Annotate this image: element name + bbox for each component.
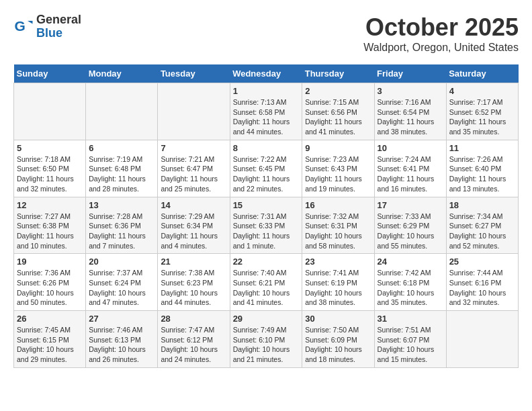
day-number: 30 bbox=[305, 314, 371, 324]
day-cell: 4Sunrise: 7:17 AM Sunset: 6:52 PM Daylig… bbox=[446, 83, 518, 140]
day-info: Sunrise: 7:31 AM Sunset: 6:33 PM Dayligh… bbox=[233, 212, 300, 251]
col-header-sunday: Sunday bbox=[14, 64, 86, 83]
day-cell: 8Sunrise: 7:22 AM Sunset: 6:45 PM Daylig… bbox=[230, 140, 302, 197]
day-info: Sunrise: 7:22 AM Sunset: 6:45 PM Dayligh… bbox=[233, 154, 300, 194]
day-number: 6 bbox=[89, 143, 154, 153]
logo-blue: Blue bbox=[36, 27, 81, 40]
day-info: Sunrise: 7:29 AM Sunset: 6:34 PM Dayligh… bbox=[161, 212, 226, 251]
day-info: Sunrise: 7:36 AM Sunset: 6:26 PM Dayligh… bbox=[17, 268, 83, 308]
day-cell: 25Sunrise: 7:44 AM Sunset: 6:16 PM Dayli… bbox=[446, 254, 518, 311]
day-number: 9 bbox=[305, 143, 371, 153]
day-number: 20 bbox=[89, 257, 154, 267]
day-cell: 22Sunrise: 7:40 AM Sunset: 6:21 PM Dayli… bbox=[230, 254, 302, 311]
week-row-3: 12Sunrise: 7:27 AM Sunset: 6:38 PM Dayli… bbox=[14, 197, 519, 254]
day-number: 16 bbox=[305, 200, 371, 210]
svg-text:G: G bbox=[15, 18, 26, 34]
header-row: SundayMondayTuesdayWednesdayThursdayFrid… bbox=[14, 64, 519, 83]
day-info: Sunrise: 7:38 AM Sunset: 6:23 PM Dayligh… bbox=[161, 268, 226, 308]
day-number: 4 bbox=[449, 86, 515, 96]
day-number: 26 bbox=[17, 314, 83, 324]
day-info: Sunrise: 7:47 AM Sunset: 6:12 PM Dayligh… bbox=[161, 325, 226, 365]
day-number: 12 bbox=[17, 200, 83, 210]
day-cell: 1Sunrise: 7:13 AM Sunset: 6:58 PM Daylig… bbox=[230, 83, 302, 140]
day-cell: 12Sunrise: 7:27 AM Sunset: 6:38 PM Dayli… bbox=[14, 197, 86, 254]
day-cell: 5Sunrise: 7:18 AM Sunset: 6:50 PM Daylig… bbox=[14, 140, 86, 197]
day-info: Sunrise: 7:13 AM Sunset: 6:58 PM Dayligh… bbox=[233, 97, 300, 137]
day-number: 13 bbox=[89, 200, 154, 210]
day-cell bbox=[446, 311, 518, 368]
location: Waldport, Oregon, United States bbox=[363, 42, 519, 54]
day-info: Sunrise: 7:51 AM Sunset: 6:07 PM Dayligh… bbox=[378, 325, 443, 365]
day-number: 31 bbox=[378, 314, 443, 324]
logo-icon: G bbox=[13, 17, 34, 37]
day-cell: 27Sunrise: 7:46 AM Sunset: 6:13 PM Dayli… bbox=[86, 311, 158, 368]
week-row-2: 5Sunrise: 7:18 AM Sunset: 6:50 PM Daylig… bbox=[14, 140, 519, 197]
day-cell bbox=[158, 83, 230, 140]
day-cell: 20Sunrise: 7:37 AM Sunset: 6:24 PM Dayli… bbox=[86, 254, 158, 311]
day-cell: 23Sunrise: 7:41 AM Sunset: 6:19 PM Dayli… bbox=[302, 254, 374, 311]
day-info: Sunrise: 7:37 AM Sunset: 6:24 PM Dayligh… bbox=[89, 268, 154, 308]
day-cell: 3Sunrise: 7:16 AM Sunset: 6:54 PM Daylig… bbox=[374, 83, 446, 140]
day-number: 14 bbox=[161, 200, 226, 210]
day-info: Sunrise: 7:44 AM Sunset: 6:16 PM Dayligh… bbox=[449, 268, 515, 308]
day-number: 2 bbox=[305, 86, 371, 96]
svg-marker-1 bbox=[28, 21, 33, 24]
day-info: Sunrise: 7:41 AM Sunset: 6:19 PM Dayligh… bbox=[305, 268, 371, 308]
day-cell: 31Sunrise: 7:51 AM Sunset: 6:07 PM Dayli… bbox=[374, 311, 446, 368]
day-cell: 10Sunrise: 7:24 AM Sunset: 6:41 PM Dayli… bbox=[374, 140, 446, 197]
col-header-wednesday: Wednesday bbox=[230, 64, 302, 83]
day-number: 5 bbox=[17, 143, 83, 153]
day-cell: 17Sunrise: 7:33 AM Sunset: 6:29 PM Dayli… bbox=[374, 197, 446, 254]
day-info: Sunrise: 7:15 AM Sunset: 6:56 PM Dayligh… bbox=[305, 97, 371, 137]
day-number: 18 bbox=[449, 200, 515, 210]
day-number: 28 bbox=[161, 314, 226, 324]
day-cell: 19Sunrise: 7:36 AM Sunset: 6:26 PM Dayli… bbox=[14, 254, 86, 311]
day-info: Sunrise: 7:19 AM Sunset: 6:48 PM Dayligh… bbox=[89, 154, 154, 194]
week-row-1: 1Sunrise: 7:13 AM Sunset: 6:58 PM Daylig… bbox=[14, 83, 519, 140]
col-header-tuesday: Tuesday bbox=[158, 64, 230, 83]
day-info: Sunrise: 7:45 AM Sunset: 6:15 PM Dayligh… bbox=[17, 325, 83, 365]
day-cell: 2Sunrise: 7:15 AM Sunset: 6:56 PM Daylig… bbox=[302, 83, 374, 140]
col-header-saturday: Saturday bbox=[446, 64, 518, 83]
day-cell: 28Sunrise: 7:47 AM Sunset: 6:12 PM Dayli… bbox=[158, 311, 230, 368]
day-info: Sunrise: 7:21 AM Sunset: 6:47 PM Dayligh… bbox=[161, 154, 226, 194]
day-number: 21 bbox=[161, 257, 226, 267]
day-info: Sunrise: 7:27 AM Sunset: 6:38 PM Dayligh… bbox=[17, 212, 83, 251]
day-cell: 7Sunrise: 7:21 AM Sunset: 6:47 PM Daylig… bbox=[158, 140, 230, 197]
day-number: 17 bbox=[378, 200, 443, 210]
day-info: Sunrise: 7:24 AM Sunset: 6:41 PM Dayligh… bbox=[378, 154, 443, 194]
day-cell: 9Sunrise: 7:23 AM Sunset: 6:43 PM Daylig… bbox=[302, 140, 374, 197]
day-number: 23 bbox=[305, 257, 371, 267]
day-number: 3 bbox=[378, 86, 443, 96]
day-number: 10 bbox=[378, 143, 443, 153]
calendar-table: SundayMondayTuesdayWednesdayThursdayFrid… bbox=[13, 64, 519, 368]
day-number: 11 bbox=[449, 143, 515, 153]
day-number: 27 bbox=[89, 314, 154, 324]
day-cell: 15Sunrise: 7:31 AM Sunset: 6:33 PM Dayli… bbox=[230, 197, 302, 254]
day-cell: 18Sunrise: 7:34 AM Sunset: 6:27 PM Dayli… bbox=[446, 197, 518, 254]
day-cell: 30Sunrise: 7:50 AM Sunset: 6:09 PM Dayli… bbox=[302, 311, 374, 368]
day-info: Sunrise: 7:18 AM Sunset: 6:50 PM Dayligh… bbox=[17, 154, 83, 194]
day-info: Sunrise: 7:28 AM Sunset: 6:36 PM Dayligh… bbox=[89, 212, 154, 251]
col-header-monday: Monday bbox=[86, 64, 158, 83]
day-info: Sunrise: 7:46 AM Sunset: 6:13 PM Dayligh… bbox=[89, 325, 154, 365]
col-header-friday: Friday bbox=[374, 64, 446, 83]
day-info: Sunrise: 7:33 AM Sunset: 6:29 PM Dayligh… bbox=[378, 212, 443, 251]
day-cell: 29Sunrise: 7:49 AM Sunset: 6:10 PM Dayli… bbox=[230, 311, 302, 368]
day-number: 15 bbox=[233, 200, 300, 210]
day-number: 22 bbox=[233, 257, 300, 267]
col-header-thursday: Thursday bbox=[302, 64, 374, 83]
day-number: 24 bbox=[378, 257, 443, 267]
day-cell bbox=[86, 83, 158, 140]
day-cell bbox=[14, 83, 86, 140]
day-cell: 16Sunrise: 7:32 AM Sunset: 6:31 PM Dayli… bbox=[302, 197, 374, 254]
day-cell: 26Sunrise: 7:45 AM Sunset: 6:15 PM Dayli… bbox=[14, 311, 86, 368]
day-cell: 24Sunrise: 7:42 AM Sunset: 6:18 PM Dayli… bbox=[374, 254, 446, 311]
day-info: Sunrise: 7:40 AM Sunset: 6:21 PM Dayligh… bbox=[233, 268, 300, 308]
page-header: G General Blue October 2025 Waldport, Or… bbox=[13, 13, 519, 54]
day-number: 29 bbox=[233, 314, 300, 324]
logo-text: General Blue bbox=[36, 13, 81, 40]
day-info: Sunrise: 7:32 AM Sunset: 6:31 PM Dayligh… bbox=[305, 212, 371, 251]
day-number: 8 bbox=[233, 143, 300, 153]
title-area: October 2025 Waldport, Oregon, United St… bbox=[363, 13, 519, 54]
